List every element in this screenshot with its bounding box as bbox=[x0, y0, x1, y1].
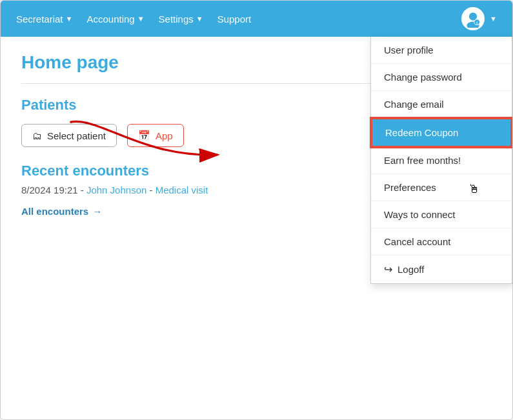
svg-point-0 bbox=[469, 12, 477, 20]
encounter-date: 8/2024 19:21 - bbox=[21, 185, 86, 195]
dropdown-preferences[interactable]: Preferences bbox=[371, 174, 512, 201]
dropdown-ways-to-connect[interactable]: Ways to connect bbox=[371, 201, 512, 228]
select-patient-label: Select patient bbox=[47, 130, 106, 141]
encounter-separator: - bbox=[150, 185, 156, 195]
encounter-patient-link[interactable]: John Johnson bbox=[86, 185, 146, 195]
user-dropdown-menu: User profile Change password Change emai… bbox=[370, 37, 512, 284]
nav-settings[interactable]: Settings ▼ bbox=[154, 10, 208, 28]
ways-to-connect-label: Ways to connect bbox=[384, 209, 455, 220]
nav-secretariat[interactable]: Secretariat ▼ bbox=[11, 10, 77, 28]
dropdown-change-email[interactable]: Change email bbox=[371, 91, 512, 118]
redeem-coupon-label: Redeem Coupon bbox=[385, 127, 458, 138]
folder-icon: 🗂 bbox=[32, 130, 42, 141]
logoff-label: Logoff bbox=[397, 264, 424, 275]
avatar: i bbox=[461, 7, 485, 30]
dropdown-earn-free-months[interactable]: Earn free months! bbox=[371, 147, 512, 174]
nav-support-label: Support bbox=[217, 14, 252, 25]
dropdown-logoff[interactable]: ↪ Logoff bbox=[371, 255, 512, 283]
nav-accounting[interactable]: Accounting ▼ bbox=[81, 10, 149, 28]
nav-settings-label: Settings bbox=[159, 14, 194, 25]
dropdown-redeem-coupon[interactable]: Redeem Coupon bbox=[371, 118, 512, 147]
user-profile-label: User profile bbox=[384, 45, 434, 55]
nav-accounting-caret: ▼ bbox=[137, 15, 145, 23]
dropdown-change-password[interactable]: Change password bbox=[371, 64, 512, 91]
encounter-type-link[interactable]: Medical visit bbox=[156, 185, 208, 195]
change-password-label: Change password bbox=[384, 72, 462, 83]
appointment-label: App bbox=[156, 130, 173, 141]
select-patient-button[interactable]: 🗂 Select patient bbox=[21, 124, 117, 147]
preferences-label: Preferences bbox=[384, 182, 436, 193]
svg-text:i: i bbox=[476, 21, 478, 25]
all-encounters-arrow-icon: → bbox=[92, 206, 102, 217]
cancel-account-label: Cancel account bbox=[384, 236, 450, 247]
nav-secretariat-label: Secretariat bbox=[16, 14, 63, 25]
logoff-icon: ↪ bbox=[384, 263, 392, 275]
all-encounters-label: All encounters bbox=[21, 206, 88, 217]
calendar-icon: 📅 bbox=[138, 130, 150, 141]
dropdown-cancel-account[interactable]: Cancel account bbox=[371, 228, 512, 255]
nav-secretariat-caret: ▼ bbox=[66, 15, 73, 23]
appointment-button[interactable]: 📅 App bbox=[127, 124, 184, 147]
user-avatar-button[interactable]: i ▼ bbox=[456, 5, 502, 33]
app-container: Secretariat ▼ Accounting ▼ Settings ▼ Su… bbox=[0, 0, 513, 420]
user-menu-caret: ▼ bbox=[490, 15, 497, 23]
change-email-label: Change email bbox=[384, 99, 444, 110]
nav-support[interactable]: Support bbox=[212, 10, 257, 28]
navbar: Secretariat ▼ Accounting ▼ Settings ▼ Su… bbox=[1, 1, 512, 37]
nav-settings-caret: ▼ bbox=[196, 15, 203, 23]
nav-accounting-label: Accounting bbox=[86, 14, 134, 25]
earn-free-months-label: Earn free months! bbox=[384, 155, 461, 166]
dropdown-user-profile[interactable]: User profile bbox=[371, 37, 512, 64]
